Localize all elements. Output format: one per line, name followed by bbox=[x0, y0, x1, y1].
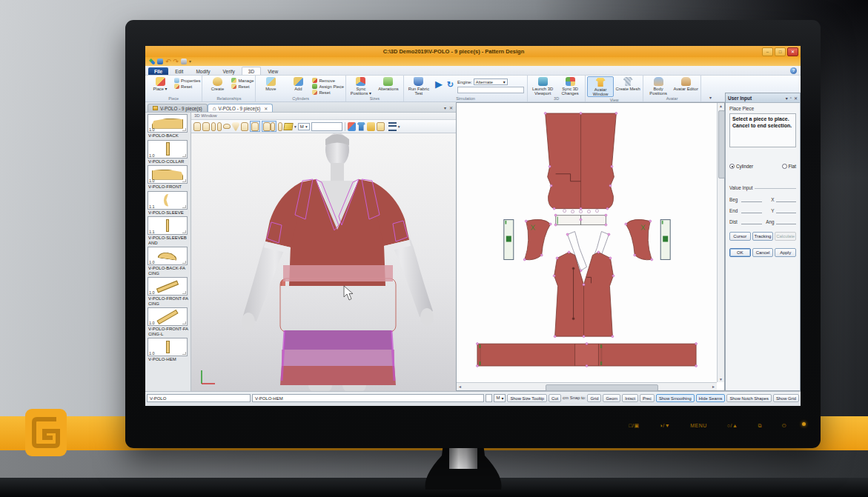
piece-list-item[interactable]: 1.0 V-POLO-FRONT bbox=[148, 165, 188, 190]
scroll-thumb[interactable] bbox=[546, 384, 658, 391]
hide-seams-button[interactable]: Hide Seams bbox=[696, 394, 726, 402]
maximize-button[interactable]: □ bbox=[775, 47, 786, 56]
size-select[interactable]: M▾ bbox=[298, 123, 310, 130]
ang-field[interactable] bbox=[776, 219, 797, 224]
piece-thumbnail[interactable]: 1.1 bbox=[148, 216, 188, 235]
remove-button[interactable]: Remove bbox=[312, 78, 344, 83]
piece-list-item[interactable]: 1.0 V-POLO-BACK bbox=[148, 114, 188, 139]
piece-thumbnail[interactable]: 1.0 bbox=[148, 165, 188, 184]
3d-cube-icon[interactable] bbox=[283, 123, 293, 130]
piece-list-item[interactable]: 1.0 V-POLO-BACK-FACING bbox=[148, 247, 188, 276]
show-notch-shapes-button[interactable]: Show Notch Shapes bbox=[726, 394, 772, 402]
piece-thumbnail[interactable]: 1.0 bbox=[148, 277, 188, 296]
snap-geom-button[interactable]: Geom bbox=[603, 394, 620, 402]
redo-icon[interactable]: ↷ bbox=[173, 59, 179, 64]
run-fabric-test-button[interactable]: Run Fabric Test bbox=[405, 76, 432, 96]
osd-source-button[interactable]: ⧉ bbox=[758, 423, 762, 429]
close-button[interactable]: ✕ bbox=[787, 47, 798, 56]
pant-icon[interactable] bbox=[232, 122, 239, 131]
pattern-vertical-scrollbar[interactable]: ▲ ▼ bbox=[717, 103, 724, 382]
scroll-down-icon[interactable]: ▼ bbox=[719, 377, 723, 381]
body-positions-button[interactable]: Body Positions bbox=[645, 76, 672, 96]
sleeve-icon[interactable] bbox=[211, 122, 216, 131]
snap-intsct-button[interactable]: Intsct bbox=[622, 394, 638, 402]
tab-modify[interactable]: Modify bbox=[190, 67, 216, 75]
piece-list-item[interactable]: 1.0 V-POLO-FRONT-FACING bbox=[148, 277, 188, 306]
panel-icon[interactable] bbox=[217, 122, 222, 131]
minimize-button[interactable]: – bbox=[762, 47, 773, 56]
scroll-left-icon[interactable]: ◄ bbox=[458, 384, 462, 390]
fit-garment-icon[interactable] bbox=[357, 122, 365, 131]
print-icon[interactable] bbox=[181, 59, 187, 64]
play-simulation-icon[interactable]: ▶ bbox=[433, 76, 445, 93]
osd-adjust-button[interactable]: ○/▲ bbox=[727, 423, 738, 429]
y-field[interactable] bbox=[776, 207, 797, 213]
osd-mode-button[interactable]: □/▣ bbox=[629, 423, 639, 429]
sync-pieces-icon[interactable] bbox=[348, 122, 356, 131]
piece-list-item[interactable]: 1.1 V-POLO-SLEEVE bbox=[148, 191, 188, 216]
collar-icon[interactable] bbox=[223, 124, 231, 129]
radio-cylinder[interactable]: Cylinder bbox=[729, 164, 753, 169]
piece-list-item[interactable]: 1.0 V-POLO-HEM bbox=[148, 338, 188, 362]
qat-more-icon[interactable]: ▾ bbox=[189, 59, 191, 64]
garment-front-icon[interactable] bbox=[193, 122, 201, 131]
pattern-horizontal-scrollbar[interactable]: ◄ ► bbox=[457, 382, 717, 390]
scroll-up-icon[interactable]: ▲ bbox=[718, 104, 724, 108]
piece-list-item[interactable]: 1.0 V-POLO-COLLAR bbox=[148, 140, 188, 164]
panel-close-icon[interactable]: ✕ bbox=[794, 96, 798, 101]
piece-list-item[interactable]: 1.0 V-POLO-FRONT-FACING-L bbox=[148, 307, 188, 336]
zoom-piece-icon[interactable] bbox=[250, 121, 260, 132]
show-smoothing-button[interactable]: Show Smoothing bbox=[656, 394, 695, 402]
tab-strip-close-icon[interactable]: ✕ bbox=[449, 105, 453, 110]
torso-icon[interactable] bbox=[241, 122, 248, 131]
create-mesh-button[interactable]: Create Mesh bbox=[614, 76, 641, 91]
launch-3d-viewport-button[interactable]: Launch 3D Viewport bbox=[529, 76, 556, 96]
tab-file[interactable]: File bbox=[148, 67, 168, 75]
cancel-button[interactable]: Cancel bbox=[752, 248, 774, 257]
tab-view[interactable]: View bbox=[262, 67, 284, 75]
snap-grid-button[interactable]: Grid bbox=[587, 394, 601, 402]
zoom-region-icon[interactable] bbox=[262, 121, 276, 132]
end-field[interactable] bbox=[741, 207, 762, 213]
radio-flat[interactable]: Flat bbox=[782, 164, 797, 169]
place-button[interactable]: Place ▾ bbox=[147, 76, 173, 91]
add-button[interactable]: Add bbox=[285, 76, 311, 91]
pin-icon[interactable]: ▫ bbox=[790, 96, 792, 100]
tracking-button[interactable]: Tracking bbox=[752, 232, 774, 241]
dist-field[interactable] bbox=[741, 219, 762, 224]
snap-prec-button[interactable]: Prec bbox=[640, 394, 655, 402]
tab-list-icon[interactable]: ▾ bbox=[444, 105, 446, 110]
sync-3d-changes-button[interactable]: Sync 3D Changes bbox=[557, 76, 583, 96]
osd-menu-button[interactable]: MENU bbox=[690, 423, 707, 429]
alterations-button[interactable]: Alterations bbox=[375, 76, 402, 91]
status-small-box[interactable] bbox=[486, 394, 492, 402]
avatar-editor-button[interactable]: Avatar Editor bbox=[672, 76, 699, 91]
panel-menu-icon[interactable]: ▾ bbox=[786, 96, 788, 101]
tab-verify[interactable]: Verify bbox=[217, 67, 241, 75]
measure-icon[interactable] bbox=[278, 122, 282, 131]
properties-button[interactable]: Properties bbox=[174, 78, 200, 83]
save-icon[interactable] bbox=[157, 59, 163, 64]
tab-close-icon[interactable]: ✕ bbox=[264, 106, 268, 111]
create-button[interactable]: Create bbox=[204, 76, 231, 91]
sync-positions-button[interactable]: Sync Positions ▾ bbox=[348, 76, 374, 96]
menu-icon[interactable] bbox=[388, 122, 397, 131]
engine-select[interactable]: Alternate▾ bbox=[474, 79, 508, 85]
pattern-canvas[interactable] bbox=[457, 103, 717, 382]
piece-thumbnail[interactable]: 1.0 bbox=[148, 338, 188, 356]
show-pieces-icon[interactable] bbox=[367, 122, 375, 131]
osd-power-button[interactable]: ⏻ bbox=[782, 423, 786, 429]
help-icon[interactable]: ? bbox=[790, 67, 797, 74]
calculate-button[interactable]: Calculate bbox=[775, 232, 796, 241]
menu-dropdown-icon[interactable]: ▾ bbox=[398, 124, 400, 129]
piece-list-item[interactable]: 1.1 V-POLO-SLEEVEBAND bbox=[148, 216, 188, 245]
3d-viewport[interactable] bbox=[191, 133, 456, 391]
assign-piece-button[interactable]: Assign Piece bbox=[312, 84, 344, 89]
piece-thumbnail[interactable]: 1.0 bbox=[148, 140, 188, 159]
empty-combo[interactable] bbox=[311, 122, 342, 131]
piece-thumbnail[interactable]: 1.1 bbox=[148, 191, 188, 210]
tab-edit[interactable]: Edit bbox=[169, 67, 189, 75]
show-grid-button[interactable]: Show Grid bbox=[773, 394, 799, 402]
pattern-window-icon[interactable] bbox=[377, 122, 385, 131]
move-button[interactable]: Move bbox=[257, 76, 284, 91]
